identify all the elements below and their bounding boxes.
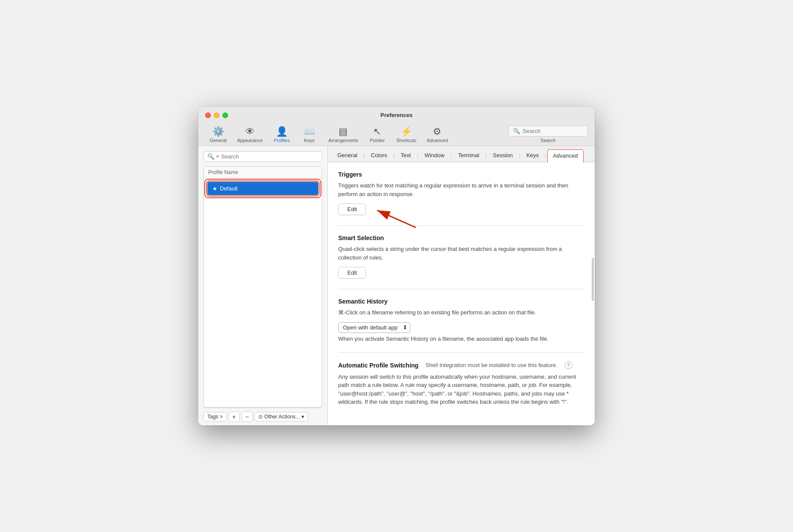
scrollbar-thumb[interactable]	[592, 258, 594, 301]
tab-separator-3: |	[416, 149, 419, 162]
section-divider-1	[338, 225, 584, 226]
tab-separator-2: |	[392, 149, 395, 162]
profiles-spacer	[204, 199, 322, 407]
toolbar-item-pointer[interactable]: ↖ Pointer	[364, 124, 390, 146]
toolbar-item-general[interactable]: ⚙️ General	[205, 124, 231, 146]
maximize-button[interactable]	[222, 112, 228, 118]
tab-separator-5: |	[485, 149, 488, 162]
tab-window[interactable]: Window	[419, 149, 450, 162]
tab-text[interactable]: Text	[396, 149, 416, 162]
arrangements-icon: ▤	[339, 127, 348, 136]
profiles-icon: 👤	[276, 127, 288, 136]
tab-keys[interactable]: Keys	[521, 149, 544, 162]
auto-profile-header: Automatic Profile Switching Shell Integr…	[338, 361, 584, 369]
right-panel-wrapper: General | Colors | Text | Window |	[328, 146, 595, 425]
smart-selection-description: Quad-click selects a string under the cu…	[338, 245, 584, 262]
search-icon: 🔍	[513, 128, 520, 134]
tab-session[interactable]: Session	[488, 149, 518, 162]
toolbar-label-general: General	[209, 138, 226, 143]
remove-profile-button[interactable]: −	[241, 412, 253, 422]
close-button[interactable]	[205, 112, 211, 118]
smart-selection-edit-button[interactable]: Edit	[338, 267, 366, 279]
annotation-arrow	[364, 202, 420, 232]
left-panel-bottom: Tags > + − ⊙ Other Actions... ▾	[203, 408, 322, 425]
triggers-edit-container: Edit	[338, 203, 366, 215]
content-area: Triggers Triggers watch for text matchin…	[328, 162, 595, 425]
left-panel: 🔍 ▾ Profile Name ★ Default Tags > +	[198, 146, 328, 425]
tab-general[interactable]: General	[332, 149, 362, 162]
triggers-title: Triggers	[338, 171, 584, 178]
triggers-description: Triggers watch for text matching a regul…	[338, 181, 584, 198]
triggers-section: Triggers Triggers watch for text matchin…	[338, 171, 584, 215]
smart-selection-title: Smart Selection	[338, 234, 584, 241]
other-actions-label: Other Actions...	[264, 414, 300, 420]
profile-search-box[interactable]: 🔍 ▾	[203, 151, 322, 162]
section-divider-2	[338, 289, 584, 289]
toolbar-item-advanced[interactable]: ⚙ Advanced	[422, 124, 452, 146]
profile-default-name: Default	[220, 185, 238, 192]
toolbar-item-appearance[interactable]: 👁 Appearance	[233, 124, 267, 146]
semantic-history-description: ⌘-Click on a filename referring to an ex…	[338, 308, 584, 317]
auto-profile-section: Automatic Profile Switching Shell Integr…	[338, 361, 584, 406]
other-actions-icon: ⊙	[258, 414, 263, 420]
toolbar-label-profiles: Profiles	[274, 138, 290, 143]
toolbar: ⚙️ General 👁 Appearance 👤 Profiles ⌨️ Ke…	[205, 123, 588, 146]
appearance-icon: 👁	[245, 127, 255, 136]
sub-tabs: General | Colors | Text | Window |	[328, 146, 595, 162]
smart-selection-section: Smart Selection Quad-click selects a str…	[338, 234, 584, 279]
tab-separator-4: |	[450, 149, 453, 162]
keys-icon: ⌨️	[304, 127, 315, 136]
traffic-lights	[205, 112, 228, 118]
main-content: 🔍 ▾ Profile Name ★ Default Tags > +	[198, 146, 595, 425]
toolbar-label-pointer: Pointer	[370, 138, 385, 143]
tab-separator-7: |	[544, 149, 547, 162]
semantic-history-select[interactable]: Open with default app Open in editor Ope…	[338, 322, 410, 333]
advanced-toolbar-icon: ⚙	[433, 127, 441, 136]
window-title: Preferences	[381, 112, 412, 118]
tab-separator-6: |	[518, 149, 521, 162]
toolbar-label-arrangements: Arrangements	[328, 138, 358, 143]
toolbar-item-shortcuts[interactable]: ⚡ Shortcuts	[392, 124, 420, 146]
tab-terminal[interactable]: Terminal	[453, 149, 484, 162]
semantic-history-note: When you activate Semantic History on a …	[338, 336, 584, 342]
add-profile-button[interactable]: +	[228, 412, 240, 422]
right-panel: General | Colors | Text | Window |	[328, 146, 595, 425]
search-dropdown-icon: ▾	[216, 154, 219, 159]
toolbar-label-keys: Keys	[304, 138, 314, 143]
profile-search-input[interactable]	[221, 153, 318, 160]
semantic-history-title: Semantic History	[338, 298, 584, 305]
semantic-history-section: Semantic History ⌘-Click on a filename r…	[338, 298, 584, 342]
titlebar: Preferences ⚙️ General 👁 Appearance 👤 Pr…	[198, 107, 595, 146]
help-button[interactable]: ?	[565, 361, 572, 369]
preferences-window: Preferences ⚙️ General 👁 Appearance 👤 Pr…	[198, 107, 595, 425]
toolbar-item-arrangements[interactable]: ▤ Arrangements	[324, 124, 362, 146]
toolbar-item-profiles[interactable]: 👤 Profiles	[269, 124, 295, 146]
profile-item-default[interactable]: ★ Default	[207, 182, 318, 195]
toolbar-label-shortcuts: Shortcuts	[396, 138, 416, 143]
tab-advanced[interactable]: Advanced	[547, 149, 584, 162]
triggers-edit-button[interactable]: Edit	[338, 203, 366, 215]
other-actions-button[interactable]: ⊙ Other Actions... ▾	[254, 412, 308, 421]
auto-profile-title: Automatic Profile Switching	[338, 362, 419, 369]
semantic-history-select-wrapper: Open with default app Open in editor Ope…	[338, 322, 410, 333]
search-label: Search	[541, 136, 556, 144]
auto-profile-note: Shell Integration must be installed to u…	[425, 362, 558, 368]
profiles-list-container: Profile Name ★ Default	[203, 166, 322, 408]
tab-colors[interactable]: Colors	[366, 149, 393, 162]
search-magnifier-icon: 🔍	[207, 153, 214, 160]
shortcuts-icon: ⚡	[400, 127, 412, 136]
pointer-icon: ↖	[373, 127, 381, 136]
toolbar-search-box[interactable]: 🔍	[508, 126, 588, 136]
search-input[interactable]	[523, 128, 583, 134]
auto-profile-description: Any session will switch to this profile …	[338, 373, 584, 406]
minimize-button[interactable]	[214, 112, 219, 118]
profile-list-header: Profile Name	[204, 167, 322, 178]
toolbar-label-appearance: Appearance	[237, 138, 263, 143]
general-icon: ⚙️	[213, 127, 224, 136]
toolbar-label-advanced: Advanced	[427, 138, 448, 143]
other-actions-chevron-icon: ▾	[301, 414, 304, 420]
toolbar-item-keys[interactable]: ⌨️ Keys	[296, 124, 322, 146]
profile-default-star-icon: ★	[213, 186, 217, 192]
tags-button[interactable]: Tags >	[203, 412, 227, 421]
tab-separator-1: |	[362, 149, 365, 162]
